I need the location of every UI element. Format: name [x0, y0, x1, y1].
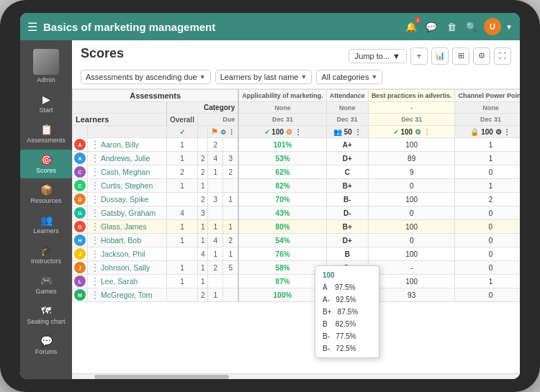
row-a2[interactable]: 2 — [455, 193, 520, 206]
row-a1[interactable]: - — [368, 261, 455, 275]
row-a2[interactable]: 0 — [455, 288, 520, 302]
categories-filter[interactable]: All categories ▼ — [316, 70, 382, 84]
learner-name-link[interactable]: McGregor, Tom — [101, 291, 153, 299]
grid-btn[interactable]: ⊞ — [452, 47, 469, 65]
row-a1[interactable]: 100 — [368, 247, 455, 261]
dropdown-item-a-minus[interactable]: A- 92.5% — [315, 293, 379, 306]
learners-filter-chevron: ▼ — [300, 73, 307, 81]
row-menu[interactable]: ⋮ — [91, 263, 99, 273]
row-menu[interactable]: ⋮ — [91, 181, 99, 191]
row-a2[interactable]: 0 — [455, 220, 520, 234]
sidebar-item-admin[interactable]: Admin — [20, 45, 72, 88]
sidebar-item-learners[interactable]: 👥 Learners — [20, 210, 72, 239]
score-dropdown-popup[interactable]: 100 A 97.5% A- 92.5% B+ 87.5% B 82.5% B-… — [315, 265, 379, 358]
row-learner-name[interactable]: ⋮ McGregor, Tom — [88, 288, 167, 302]
row-learner-name[interactable]: ⋮ Lee, Sarah — [88, 275, 167, 288]
notifications-btn[interactable]: 🔔 2 — [403, 19, 419, 35]
dropdown-item-b[interactable]: B 82.5% — [315, 318, 379, 330]
row-a1[interactable]: 93 — [368, 288, 455, 302]
learner-name-link[interactable]: Cash, Meghan — [101, 168, 150, 176]
row-learner-name[interactable]: ⋮ Hobart, Bob — [88, 234, 167, 247]
chart-btn[interactable]: 📊 — [431, 47, 449, 65]
chat-btn[interactable]: 💬 — [423, 19, 439, 35]
row-learner-name[interactable]: ⋮ Cash, Meghan — [88, 165, 167, 179]
add-btn[interactable]: + — [410, 47, 428, 65]
row-learner-name[interactable]: ⋮ Andrews, Julie — [88, 152, 167, 165]
row-learner-name[interactable]: ⋮ Aaron, Billy — [88, 138, 167, 152]
search-btn[interactable]: 🔍 — [464, 19, 480, 35]
jump-to-dropdown[interactable]: Jump to... ▼ — [348, 49, 407, 63]
learner-name-link[interactable]: Johnson, Sally — [101, 263, 150, 272]
sidebar-item-assessments[interactable]: 📋 Assessments — [20, 119, 72, 148]
expand-btn[interactable]: ⛶ — [494, 47, 511, 65]
settings-btn[interactable]: ⚙ — [473, 47, 490, 65]
row-learner-name[interactable]: ⋮ Jackson, Phil — [88, 247, 167, 261]
row-menu[interactable]: ⋮ — [91, 208, 99, 218]
row-num2: 2 — [197, 165, 208, 179]
row-a1[interactable]: 9 — [368, 165, 455, 179]
row-learner-name[interactable]: ⋮ Dussay, Spike — [88, 193, 167, 206]
row-a1[interactable]: 100 — [368, 193, 455, 206]
sidebar-item-forums[interactable]: 💬 Forums — [20, 331, 72, 360]
row-a1[interactable]: 0 — [368, 234, 455, 247]
row-a1[interactable]: 100 — [368, 138, 455, 152]
dropdown-item-b-minus1[interactable]: B- 77.5% — [315, 330, 379, 342]
learner-name-link[interactable]: Dussay, Spike — [101, 195, 148, 204]
sidebar-item-instructors[interactable]: 🎓 Instructors — [20, 240, 72, 269]
row-menu[interactable]: ⋮ — [91, 235, 99, 245]
learner-name-link[interactable]: Lee, Sarah — [101, 277, 138, 286]
scroll-thumb[interactable] — [94, 375, 229, 379]
dropdown-item-bplus[interactable]: B+ 87.5% — [315, 306, 379, 318]
table-container[interactable]: Assessments Applicability of marketing. … — [72, 89, 520, 373]
row-a1[interactable]: 0 — [368, 206, 455, 220]
horizontal-scrollbar[interactable] — [72, 373, 520, 379]
dropdown-item-a[interactable]: A 97.5% — [315, 281, 379, 293]
sidebar-item-games[interactable]: 🎮 Games — [20, 270, 72, 299]
row-overall: 43% — [238, 206, 326, 220]
row-learner-name[interactable]: ⋮ Glass, James — [88, 220, 167, 234]
dropdown-item-b-minus2[interactable]: B- 72.5% — [315, 342, 379, 355]
row-a2[interactable]: 0 — [455, 165, 520, 179]
sidebar-item-start[interactable]: ▶ Start — [20, 89, 72, 118]
user-avatar[interactable]: U — [484, 18, 501, 35]
assessments-filter[interactable]: Assessments by ascending due ▼ — [81, 70, 211, 84]
row-menu[interactable]: ⋮ — [91, 290, 99, 300]
row-num4: 2 — [223, 165, 239, 179]
learner-name-link[interactable]: Andrews, Julie — [101, 154, 150, 163]
learners-filter[interactable]: Learners by last name ▼ — [215, 70, 312, 84]
trash-btn[interactable]: 🗑 — [444, 19, 459, 35]
sidebar-item-seating-chart[interactable]: 🗺 Seating chart — [20, 301, 72, 329]
row-a2[interactable]: 1 — [455, 138, 520, 152]
row-a1[interactable]: 100 — [368, 275, 455, 288]
learner-name-link[interactable]: Hobart, Bob — [101, 236, 141, 245]
row-a2[interactable]: 0 — [455, 206, 520, 220]
row-a1[interactable]: 0 — [368, 179, 455, 193]
menu-icon[interactable]: ☰ — [27, 20, 37, 34]
learner-name-link[interactable]: Aaron, Billy — [101, 140, 139, 149]
row-learner-name[interactable]: ⋮ Gatsby, Graham — [88, 206, 167, 220]
row-menu[interactable]: ⋮ — [91, 167, 99, 177]
row-a2[interactable]: 0 — [455, 261, 520, 275]
learner-name-link[interactable]: Jackson, Phil — [101, 250, 145, 258]
row-menu[interactable]: ⋮ — [91, 140, 99, 150]
row-a2[interactable]: 1 — [455, 152, 520, 165]
learner-name-link[interactable]: Glass, James — [101, 222, 147, 231]
row-menu[interactable]: ⋮ — [91, 194, 99, 204]
sidebar-item-resources[interactable]: 📦 Resources — [20, 180, 72, 209]
row-a1[interactable]: 89 — [368, 152, 455, 165]
learner-name-link[interactable]: Gatsby, Graham — [101, 209, 156, 217]
row-a2[interactable]: 1 — [455, 179, 520, 193]
row-menu[interactable]: ⋮ — [91, 249, 99, 259]
row-learner-name[interactable]: ⋮ Curtis, Stephen — [88, 179, 167, 193]
row-menu[interactable]: ⋮ — [91, 222, 99, 232]
row-a2[interactable]: 0 — [455, 234, 520, 247]
sidebar-item-scores[interactable]: 🎯 Scores — [20, 150, 72, 178]
row-a2[interactable]: 0 — [455, 247, 520, 261]
row-a1[interactable]: 100 — [368, 220, 455, 234]
learner-name-link[interactable]: Curtis, Stephen — [101, 181, 153, 190]
dropdown-item-100[interactable]: 100 — [315, 269, 379, 281]
row-menu[interactable]: ⋮ — [91, 276, 99, 286]
row-a2[interactable]: 1 — [455, 275, 520, 288]
row-learner-name[interactable]: ⋮ Johnson, Sally — [88, 261, 167, 275]
row-menu[interactable]: ⋮ — [91, 153, 99, 163]
